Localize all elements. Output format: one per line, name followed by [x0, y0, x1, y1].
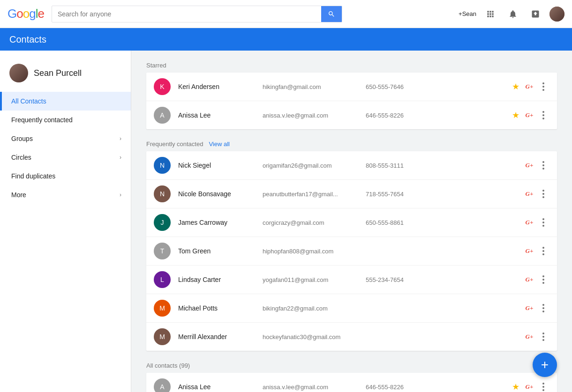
google-plus-button[interactable]: G+: [523, 81, 535, 93]
add-contact-button[interactable]: +: [533, 353, 557, 377]
table-row: T Tom Green hiphopfan808@gmail.com G+: [146, 237, 557, 266]
more-options-button[interactable]: [537, 81, 549, 93]
contact-email: corgicrazy@gmail.com: [263, 219, 366, 226]
apps-icon: [486, 9, 495, 19]
share-button[interactable]: [527, 6, 544, 22]
contact-email: anissa.v.lee@gmail.com: [263, 384, 366, 391]
contact-email: peanutbutterfan17@gmail...: [263, 191, 366, 198]
avatar: K: [154, 78, 171, 95]
contact-actions: G+: [523, 245, 549, 257]
avatar: M: [154, 328, 171, 345]
more-options-icon: [539, 161, 548, 170]
top-nav-right: +Sean: [459, 6, 564, 22]
contact-phone: 646-555-8226: [366, 384, 436, 391]
sidebar-item-groups[interactable]: Groups ›: [0, 129, 131, 148]
google-plus-button[interactable]: G+: [523, 302, 535, 314]
more-options-icon: [539, 111, 548, 119]
more-options-button[interactable]: [537, 216, 549, 229]
google-plus-button[interactable]: G+: [523, 216, 535, 229]
main-content: Starred K Keri Andersen hikingfan@gmail.…: [131, 51, 572, 392]
contact-name: Nick Siegel: [178, 162, 263, 169]
all-contacts-section-title: All contacts (99): [146, 362, 557, 369]
contact-phone: 650-555-7646: [366, 83, 436, 90]
sidebar-user: Sean Purcell: [0, 58, 131, 92]
star-button[interactable]: ★: [510, 108, 521, 122]
sidebar-frequently-label: Frequently contacted: [11, 116, 121, 124]
contact-phone: 718-555-7654: [366, 191, 436, 198]
contact-name: Nicole Bonsavage: [178, 190, 263, 198]
sidebar-groups-label: Groups: [11, 135, 120, 142]
avatar: A: [154, 107, 171, 124]
view-all-link[interactable]: View all: [209, 141, 230, 148]
star-icon: ★: [512, 110, 519, 120]
table-row: M Michael Potts bikingfan22@gmail.com G+: [146, 294, 557, 323]
table-row: M Merrill Alexander hockeyfanatic30@gmai…: [146, 323, 557, 351]
search-button[interactable]: [321, 6, 342, 22]
more-options-button[interactable]: [537, 274, 549, 286]
more-options-button[interactable]: [537, 302, 549, 314]
search-bar: [52, 6, 342, 22]
avatar-image: [549, 7, 564, 22]
more-options-button[interactable]: [537, 159, 549, 171]
main-layout: Sean Purcell All Contacts Frequently con…: [0, 51, 572, 392]
star-button[interactable]: ★: [510, 380, 521, 392]
logo-text: Google: [8, 7, 44, 21]
search-icon: [328, 10, 335, 18]
avatar: J: [154, 214, 171, 231]
table-row: N Nicole Bonsavage peanutbutterfan17@gma…: [146, 180, 557, 208]
google-plus-button[interactable]: G+: [523, 331, 535, 343]
apps-button[interactable]: [482, 6, 499, 22]
contact-email: bikingfan22@gmail.com: [263, 305, 366, 312]
sidebar-duplicates-label: Find duplicates: [11, 172, 121, 180]
more-chevron-icon: ›: [120, 192, 121, 198]
more-options-icon: [539, 82, 548, 91]
contact-name: Michael Potts: [178, 304, 263, 312]
contact-phone: 555-234-7654: [366, 276, 436, 283]
user-avatar[interactable]: [549, 7, 564, 22]
google-plus-icon: G+: [525, 190, 534, 198]
more-options-icon: [539, 275, 548, 284]
contact-actions: G+: [523, 331, 549, 343]
sidebar-item-circles[interactable]: Circles ›: [0, 148, 131, 167]
table-row: J James Carroway corgicrazy@gmail.com 65…: [146, 208, 557, 237]
contact-phone: 650-555-8861: [366, 219, 436, 226]
google-plus-button[interactable]: G+: [523, 109, 535, 121]
table-row: A Anissa Lee anissa.v.lee@gmail.com 646-…: [146, 101, 557, 129]
user-name-link[interactable]: +Sean: [459, 10, 476, 17]
more-options-button[interactable]: [537, 109, 549, 121]
google-plus-icon: G+: [525, 161, 534, 170]
google-logo: Google: [8, 7, 44, 21]
more-options-button[interactable]: [537, 188, 549, 200]
more-options-button[interactable]: [537, 331, 549, 343]
contact-actions: G+: [523, 216, 549, 229]
search-input[interactable]: [52, 10, 321, 18]
star-button[interactable]: ★: [510, 80, 521, 94]
contact-email: origamifan26@gmail.com: [263, 162, 366, 169]
google-plus-icon: G+: [525, 111, 534, 119]
sidebar-item-all-contacts[interactable]: All Contacts: [0, 92, 131, 111]
google-plus-button[interactable]: G+: [523, 274, 535, 286]
notifications-button[interactable]: [504, 6, 521, 22]
avatar: N: [154, 185, 171, 202]
avatar: T: [154, 243, 171, 259]
sidebar-item-find-duplicates[interactable]: Find duplicates: [0, 167, 131, 185]
contact-email: anissa.v.lee@gmail.com: [263, 112, 366, 119]
sidebar-item-frequently-contacted[interactable]: Frequently contacted: [0, 111, 131, 129]
google-plus-button[interactable]: G+: [523, 188, 535, 200]
groups-chevron-icon: ›: [120, 135, 121, 142]
avatar: M: [154, 300, 171, 317]
google-plus-button[interactable]: G+: [523, 159, 535, 171]
sidebar-item-more[interactable]: More ›: [0, 185, 131, 204]
google-plus-icon: G+: [525, 383, 534, 391]
frequently-contacted-card: N Nick Siegel origamifan26@gmail.com 808…: [146, 151, 557, 351]
contact-name: Anissa Lee: [178, 383, 263, 391]
contact-email: hockeyfanatic30@gmail.com: [263, 333, 366, 340]
google-plus-button[interactable]: G+: [523, 381, 535, 392]
notifications-icon: [508, 9, 518, 19]
frequently-section-title: Frequently contacted: [146, 141, 203, 148]
more-options-button[interactable]: [537, 381, 549, 392]
google-plus-button[interactable]: G+: [523, 245, 535, 257]
contact-name: Lindsay Carter: [178, 276, 263, 283]
more-options-button[interactable]: [537, 245, 549, 257]
table-row: L Lindsay Carter yogafan011@gmail.com 55…: [146, 266, 557, 294]
